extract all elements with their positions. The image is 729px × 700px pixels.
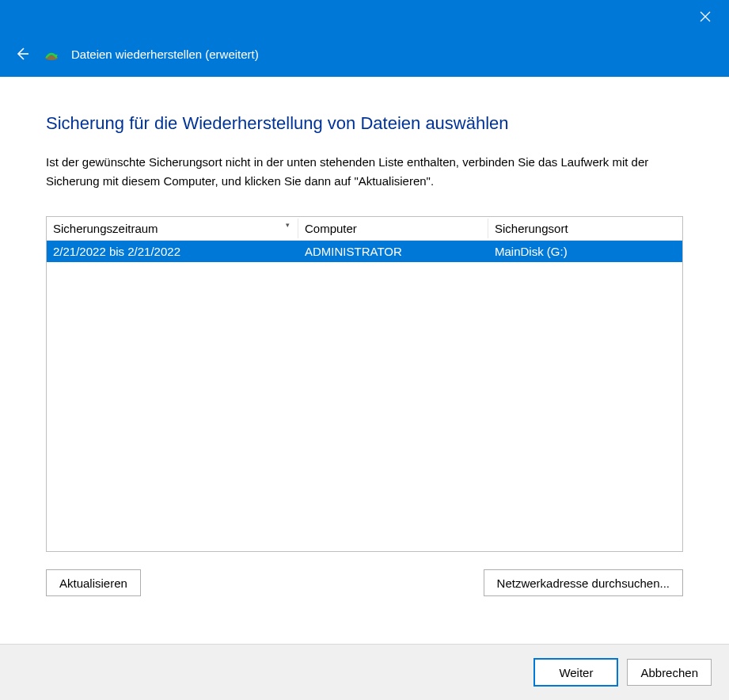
- cell-period: 2/21/2022 bis 2/21/2022: [47, 243, 298, 260]
- next-button[interactable]: Weiter: [534, 659, 617, 686]
- actions-row: Aktualisieren Netzwerkadresse durchsuche…: [46, 569, 683, 596]
- header-row: Dateien wiederherstellen (erweitert): [13, 44, 259, 63]
- back-button[interactable]: [13, 44, 32, 63]
- window-title: Dateien wiederherstellen (erweitert): [71, 48, 259, 61]
- backup-table: Sicherungszeitraum ▾ Computer Sicherungs…: [46, 216, 683, 552]
- table-row[interactable]: 2/21/2022 bis 2/21/2022 ADMINISTRATOR Ma…: [47, 241, 682, 262]
- cell-computer: ADMINISTRATOR: [298, 243, 488, 260]
- column-header-period[interactable]: Sicherungszeitraum ▾: [47, 219, 298, 238]
- browse-network-button[interactable]: Netzwerkadresse durchsuchen...: [484, 569, 683, 596]
- close-button[interactable]: [688, 5, 723, 29]
- column-label: Computer: [305, 222, 357, 235]
- column-label: Sicherungszeitraum: [53, 222, 158, 235]
- content-area: Sicherung für die Wiederherstellung von …: [0, 77, 729, 644]
- page-title: Sicherung für die Wiederherstellung von …: [46, 113, 683, 134]
- back-arrow-icon: [14, 46, 30, 62]
- cancel-button[interactable]: Abbrechen: [627, 659, 712, 686]
- sort-indicator-icon: ▾: [286, 221, 290, 229]
- page-description: Ist der gewünschte Sicherungsort nicht i…: [46, 153, 683, 191]
- restore-icon: [43, 45, 60, 63]
- column-label: Sicherungsort: [495, 222, 568, 235]
- column-header-location[interactable]: Sicherungsort: [488, 219, 682, 238]
- close-icon: [700, 11, 711, 22]
- footer: Weiter Abbrechen: [0, 644, 729, 700]
- cell-location: MainDisk (G:): [488, 243, 682, 260]
- refresh-button[interactable]: Aktualisieren: [46, 569, 141, 596]
- table-header: Sicherungszeitraum ▾ Computer Sicherungs…: [47, 217, 682, 241]
- column-header-computer[interactable]: Computer: [298, 219, 488, 238]
- table-body: 2/21/2022 bis 2/21/2022 ADMINISTRATOR Ma…: [47, 241, 682, 551]
- title-bar: Dateien wiederherstellen (erweitert): [0, 0, 729, 77]
